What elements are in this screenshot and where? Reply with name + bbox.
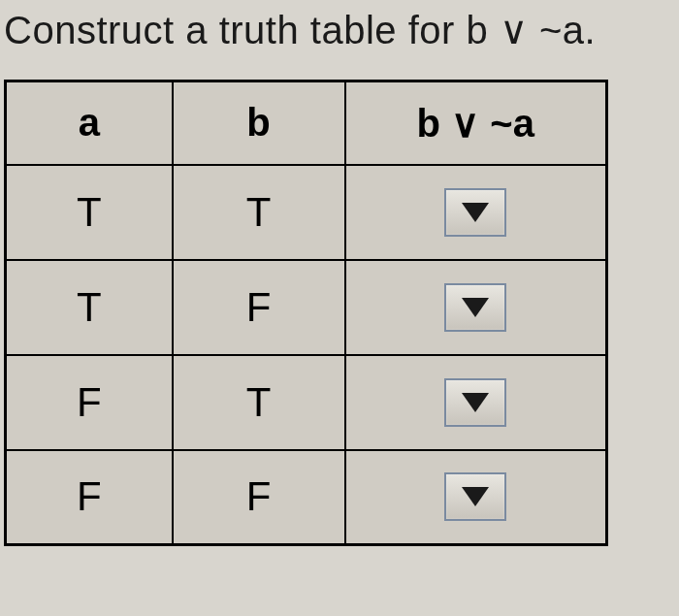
instruction-text: Construct a truth table for b ∨ ~a. bbox=[4, 8, 675, 52]
cell-result bbox=[345, 165, 607, 260]
cell-value: F bbox=[6, 450, 173, 545]
table-header-row: a b b ∨ ~a bbox=[6, 81, 607, 165]
cell-value: T bbox=[6, 260, 173, 355]
cell-value: T bbox=[6, 165, 173, 260]
result-dropdown[interactable] bbox=[444, 283, 506, 332]
cell-value: F bbox=[6, 355, 173, 450]
table-row: F T bbox=[6, 355, 607, 450]
cell-result bbox=[345, 260, 607, 355]
cell-result bbox=[345, 355, 607, 450]
chevron-down-icon bbox=[462, 298, 489, 317]
result-dropdown[interactable] bbox=[444, 472, 506, 521]
cell-value: F bbox=[173, 260, 345, 355]
header-a: a bbox=[6, 81, 173, 165]
result-dropdown[interactable] bbox=[444, 188, 506, 237]
result-dropdown[interactable] bbox=[444, 378, 506, 427]
header-b: b bbox=[173, 81, 345, 165]
cell-result bbox=[345, 450, 607, 545]
chevron-down-icon bbox=[462, 487, 489, 506]
chevron-down-icon bbox=[462, 393, 489, 412]
cell-value: F bbox=[173, 450, 345, 545]
table-row: F F bbox=[6, 450, 607, 545]
truth-table: a b b ∨ ~a T T T F bbox=[4, 80, 608, 546]
cell-value: T bbox=[173, 165, 345, 260]
chevron-down-icon bbox=[462, 203, 489, 222]
cell-value: T bbox=[173, 355, 345, 450]
table-row: T F bbox=[6, 260, 607, 355]
table-row: T T bbox=[6, 165, 607, 260]
header-result: b ∨ ~a bbox=[345, 81, 607, 165]
